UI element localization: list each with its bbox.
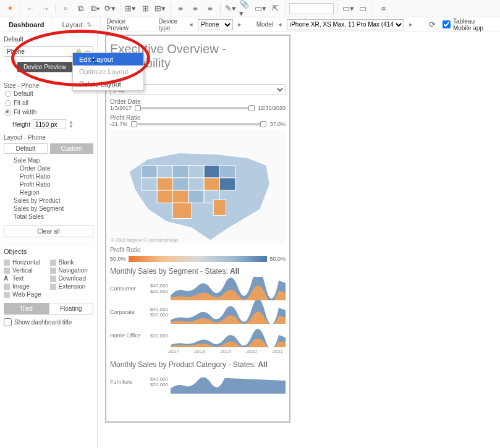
- obj-horizontal[interactable]: Horizontal: [4, 259, 48, 266]
- left-panel: Default Phone 🔒 ⋯ Device Preview Size - …: [0, 32, 98, 448]
- worksheet-icon[interactable]: ▭▾: [254, 2, 266, 15]
- layout-custom-button[interactable]: Custom: [50, 143, 94, 154]
- y-axis-label: $40,000 $20,000: [146, 376, 168, 387]
- tree-item[interactable]: Profit Ratio: [4, 172, 93, 180]
- svg-rect-4: [189, 166, 204, 178]
- sale-map[interactable]: © 2023 Mapbox © OpenStreetMap: [110, 131, 286, 243]
- profit-ratio-max: 37.0%: [269, 121, 286, 127]
- ctx-delete-layout[interactable]: Delete Layout: [73, 78, 143, 90]
- attach-icon[interactable]: 📎▾: [239, 2, 252, 15]
- pr-left: 50.0%: [110, 256, 126, 262]
- size-fitwidth-radio[interactable]: Fit width: [4, 108, 93, 117]
- floating-button[interactable]: Floating: [49, 303, 94, 315]
- obj-text[interactable]: AText: [4, 275, 48, 282]
- rotate-icon[interactable]: ⟳: [428, 19, 438, 31]
- area-chart: [171, 300, 286, 324]
- svg-rect-18: [213, 200, 226, 215]
- svg-rect-7: [142, 178, 157, 190]
- layout-default-button[interactable]: Default: [4, 143, 48, 154]
- device-type-prev-icon[interactable]: ◂: [189, 20, 193, 28]
- tree-item[interactable]: Total Sales: [4, 213, 93, 221]
- show-cards-icon[interactable]: ▭▾: [342, 2, 354, 15]
- new-sheet-icon[interactable]: ⧉▾: [89, 2, 101, 15]
- highlight-icon[interactable]: ✎▾: [224, 2, 237, 15]
- tab-close-icon[interactable]: ⇅: [87, 21, 91, 28]
- model-prev-icon[interactable]: ◂: [278, 20, 282, 28]
- group-icon[interactable]: ≡: [174, 2, 187, 15]
- logo-icon: ✶: [4, 2, 16, 15]
- forward-icon[interactable]: →: [39, 2, 51, 15]
- svg-rect-5: [204, 166, 219, 178]
- obj-image[interactable]: Image: [4, 283, 48, 290]
- obj-navigation[interactable]: Navigation: [50, 267, 94, 274]
- tab-layout[interactable]: Layout⇅: [53, 17, 100, 32]
- back-icon[interactable]: ←: [24, 2, 36, 15]
- show-labels-icon[interactable]: ≡: [189, 2, 201, 15]
- tree-item[interactable]: Sale Map: [4, 156, 93, 164]
- svg-rect-2: [157, 166, 172, 178]
- sort-desc-icon[interactable]: ⊞▾: [154, 2, 166, 15]
- height-input[interactable]: [33, 119, 66, 129]
- obj-extension[interactable]: Extension: [50, 283, 94, 290]
- seg-row-label: Home Office: [110, 332, 143, 339]
- y-axis-label: $40,000 $20,000: [146, 283, 168, 294]
- y-axis-label: $20,000: [146, 333, 168, 339]
- show-title-checkbox[interactable]: Show dashboard title: [4, 318, 93, 326]
- size-fitall-radio[interactable]: Fit all: [4, 98, 93, 108]
- presentation-icon[interactable]: ▭: [357, 2, 369, 15]
- fit-select[interactable]: [289, 3, 334, 14]
- x-axis: 20172018201920202021: [106, 347, 289, 354]
- obj-blank[interactable]: Blank: [50, 259, 94, 266]
- profit-ratio-slider[interactable]: [132, 123, 266, 125]
- obj-download[interactable]: Download: [50, 275, 94, 282]
- order-date-label: Order Date: [110, 98, 140, 105]
- tree-item[interactable]: Region: [4, 188, 93, 197]
- tree-item[interactable]: Sales by Segment: [4, 205, 93, 213]
- area-chart: [171, 324, 286, 347]
- device-type-select[interactable]: Phone: [198, 19, 232, 30]
- profit-ratio-min: -21.7%: [110, 121, 128, 127]
- sort-asc-icon[interactable]: ⊞: [139, 2, 151, 15]
- fit-icon[interactable]: ⇱: [269, 2, 281, 15]
- svg-rect-12: [219, 178, 235, 190]
- model-label: Model: [256, 21, 273, 28]
- clear-all-button[interactable]: Clear all: [4, 226, 93, 237]
- tree-item[interactable]: Profit Ratio: [4, 180, 93, 188]
- stepper-icon[interactable]: ▲▼: [69, 120, 74, 129]
- swap-icon[interactable]: ⊞▾: [124, 2, 137, 15]
- share-icon[interactable]: ∝: [377, 2, 389, 15]
- mobile-app-checkbox[interactable]: Tableau Mobile app: [443, 18, 494, 32]
- seg-row-label: Consumer: [110, 285, 143, 292]
- tree-item[interactable]: Sales by Product: [4, 197, 93, 205]
- area-chart: [171, 277, 286, 300]
- new-data-icon[interactable]: ⧉: [74, 2, 87, 15]
- objects-header: Objects: [4, 243, 93, 256]
- svg-rect-17: [173, 203, 192, 218]
- pr-right: 50.0%: [269, 256, 286, 262]
- device-type-label: Device type: [158, 18, 184, 32]
- order-date-max: 12/30/2020: [258, 105, 286, 111]
- svg-rect-1: [142, 166, 157, 178]
- default-row[interactable]: Default: [4, 35, 93, 44]
- ctx-edit-layout[interactable]: Edit Layout: [73, 53, 143, 66]
- order-date-slider[interactable]: [135, 107, 254, 109]
- refresh-icon[interactable]: ⟳▾: [104, 2, 116, 15]
- context-menu: Edit Layout Optimize Layout Delete Layou…: [72, 53, 144, 91]
- obj-webpage[interactable]: Web Page: [4, 291, 48, 298]
- tab-dashboard[interactable]: Dashboard: [0, 17, 53, 32]
- tiled-button[interactable]: Tiled: [4, 303, 49, 315]
- map-attrib: © 2023 Mapbox © OpenStreetMap: [111, 238, 178, 242]
- device-preview-button[interactable]: Device Preview: [17, 62, 72, 72]
- model-select[interactable]: iPhone XR, XS Max, 11 Pro Max (414 x 89.…: [287, 19, 404, 30]
- save-icon[interactable]: ▫: [59, 2, 72, 15]
- totals-icon[interactable]: ≡: [204, 2, 216, 15]
- layout-header: Layout - Phone: [4, 134, 93, 141]
- model-next-icon[interactable]: ▸: [409, 20, 413, 28]
- height-label: Height: [12, 121, 30, 128]
- profit-ratio-label: Profit Ratio: [110, 114, 140, 121]
- pr-gradient: [129, 256, 268, 262]
- tree-item[interactable]: Order Date: [4, 164, 93, 172]
- order-date-min: 1/3/2017: [110, 105, 132, 111]
- device-type-next-icon[interactable]: ▸: [238, 20, 242, 28]
- obj-vertical[interactable]: Vertical: [4, 267, 48, 274]
